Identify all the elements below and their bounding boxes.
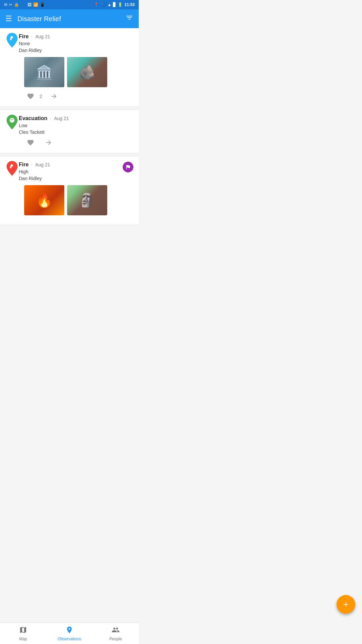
fire-pin-red [5, 162, 19, 175]
card-1-info: Fire · Aug 21 None Dan Ridley [19, 34, 133, 53]
observation-card-3: Fire · Aug 21 High Dan Ridley [0, 156, 139, 225]
card-3-images [24, 185, 133, 215]
device-icon: 📱 [40, 2, 45, 7]
card-1-image-1[interactable] [24, 57, 64, 87]
signal-bars-icon: ▊ [113, 2, 116, 7]
card-3-info: Fire · Aug 21 High Dan Ridley [19, 162, 123, 181]
card-3-image-1[interactable] [24, 185, 64, 215]
card-1-image-2[interactable] [67, 57, 107, 87]
card-1-author: Dan Ridley [19, 48, 133, 53]
status-left-icons: ✉ ✂ 🔒 👤 🖼 📶 📱 [4, 2, 45, 7]
card-2-author: Cleo Tackett [19, 129, 133, 135]
card-1-like-count: 2 [40, 94, 42, 99]
card-1-share-button[interactable] [48, 91, 60, 101]
evacuation-pin-green [5, 115, 19, 129]
card-2-severity: Low [19, 123, 133, 128]
email-icon: ✉ [4, 2, 7, 7]
card-1-images [24, 57, 133, 87]
observation-card-2: Evacuation · Aug 21 Low Cleo Tackett [0, 110, 139, 153]
observation-card-1: Fire · Aug 21 None Dan Ridley 2 [0, 28, 139, 107]
card-3-separator: · [31, 162, 33, 167]
card-1-like-button[interactable] [24, 91, 37, 101]
person-icon: 👤 [21, 2, 26, 7]
card-1-severity: None [19, 41, 133, 46]
bluetooth-icon: 🔵 [101, 2, 106, 7]
card-1-type: Fire [19, 34, 28, 40]
observations-list: Fire · Aug 21 None Dan Ridley 2 [0, 28, 139, 255]
card-3-date: Aug 21 [35, 162, 50, 167]
card-2-share-button[interactable] [42, 138, 55, 148]
card-3-author: Dan Ridley [19, 176, 123, 181]
card-2-like-button[interactable] [24, 138, 37, 148]
card-3-image-2[interactable] [67, 185, 107, 215]
menu-button[interactable]: ☰ [5, 14, 12, 23]
status-right-icons: 📍 🔵 ▲ ▊ 🔋 11:53 [94, 2, 135, 7]
card-2-separator: · [50, 116, 51, 121]
image-icon: 🖼 [27, 2, 32, 7]
app-header: ☰ Disaster Relief [0, 9, 139, 28]
time-display: 11:53 [124, 2, 135, 7]
app-title: Disaster Relief [17, 15, 125, 23]
signal-icon: 📶 [33, 2, 38, 7]
card-1-date: Aug 21 [35, 34, 50, 39]
card-2-actions [24, 138, 133, 148]
fire-pin-blue [5, 34, 19, 47]
card-3-type: Fire [19, 162, 28, 168]
status-bar: ✉ ✂ 🔒 👤 🖼 📶 📱 📍 🔵 ▲ ▊ 🔋 11:53 [0, 0, 139, 9]
card-2-date: Aug 21 [54, 116, 69, 121]
svg-point-0 [10, 118, 15, 123]
wifi-icon: ▲ [107, 2, 111, 7]
filter-button[interactable] [125, 14, 133, 24]
card-1-separator: · [31, 34, 33, 39]
card-2-info: Evacuation · Aug 21 Low Cleo Tackett [19, 115, 133, 135]
card-1-actions: 2 [24, 91, 133, 101]
card-3-severity: High [19, 169, 123, 174]
card-2-type: Evacuation [19, 115, 47, 121]
location-icon: 📍 [94, 2, 99, 7]
battery-icon: 🔋 [118, 2, 123, 7]
lock-icon: 🔒 [14, 2, 19, 7]
card-3-flag-icon [123, 162, 133, 172]
tools-icon: ✂ [9, 2, 12, 7]
